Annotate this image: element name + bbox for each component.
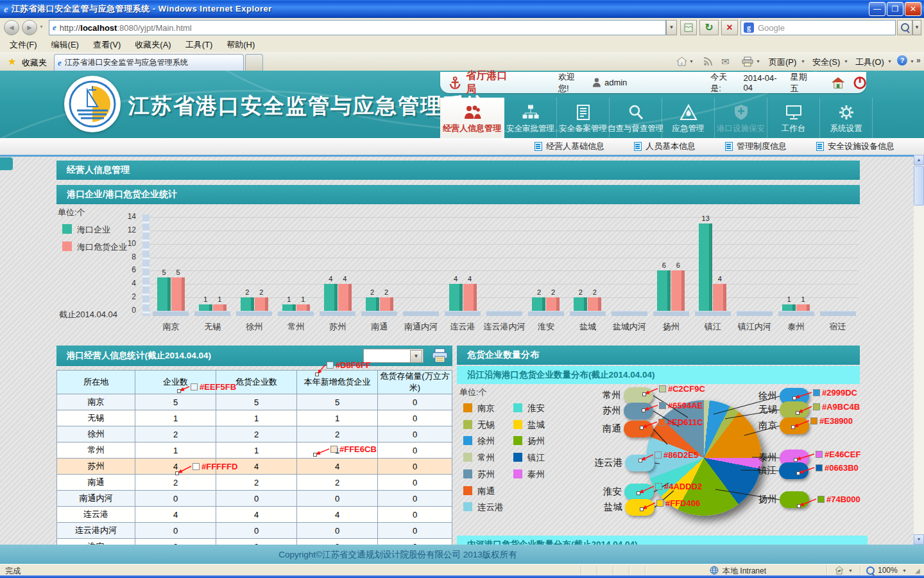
bar-盐城-海口企业 [574, 297, 587, 311]
table-row[interactable]: 淮安2220 [57, 539, 452, 545]
resize-grip[interactable]: ◢ [915, 567, 921, 574]
table-row[interactable]: 连云港4440 [57, 507, 452, 523]
nav-item-7[interactable]: 工作台 [767, 98, 820, 138]
subnav-item[interactable]: 管理制度信息 [725, 141, 787, 152]
table-row[interactable]: 南京5550 [57, 394, 452, 410]
table-row[interactable]: 无锡1110 [57, 410, 452, 426]
nav-item-5[interactable]: 应急管理 [662, 98, 715, 138]
table-row[interactable]: 连云港内河0000 [57, 523, 452, 539]
select-dropdown-icon[interactable]: ▼ [410, 350, 422, 363]
nav-item-8[interactable]: 系统设置 [820, 98, 873, 138]
table-cell: 2 [216, 426, 297, 442]
scroll-thumb[interactable] [914, 166, 924, 206]
tools-menu-dropdown-icon[interactable]: ▼ [887, 59, 892, 64]
maximize-button[interactable]: ❐ [887, 2, 903, 16]
print-icon[interactable] [742, 57, 753, 67]
history-dropdown-icon[interactable]: ▼ [39, 24, 44, 29]
table-row[interactable]: 常州1110 [57, 442, 452, 459]
table-row[interactable]: 南通内河0000 [57, 491, 452, 507]
forward-button[interactable]: ► [22, 20, 37, 35]
mail-icon[interactable]: ✉ [721, 56, 730, 67]
refresh-button[interactable]: ↻ [699, 20, 719, 35]
tools-menu-button[interactable]: 工具(O) [855, 57, 884, 68]
safety-menu-button[interactable]: 安全(S) [812, 57, 840, 68]
table-row[interactable]: 南通2220 [57, 475, 452, 491]
table-cell: 0 [378, 539, 452, 545]
bar-南通-海口危货企业 [380, 297, 393, 311]
x-category-label: 泰州 [775, 321, 817, 333]
bar-unit-label: 单位:个 [58, 207, 85, 218]
search-button[interactable] [897, 20, 912, 35]
tab-new-stub[interactable] [245, 54, 263, 71]
favorites-star-icon[interactable]: ★ [8, 56, 16, 67]
nav-item-6[interactable]: 港口设施保安 [715, 98, 767, 138]
stop-button[interactable]: × [721, 20, 738, 35]
filter-dropdown-icon[interactable]: ▼ [848, 568, 853, 573]
close-button[interactable]: ✕ [905, 2, 921, 16]
search-options-dropdown[interactable]: ▼ [912, 20, 921, 35]
safety-menu-dropdown-icon[interactable]: ▼ [844, 59, 848, 64]
address-input[interactable]: e http://localhost:8080/yjpt/Main.html [49, 20, 666, 35]
scroll-up-icon[interactable]: ▲ [914, 155, 924, 165]
sub-nav: 经营人基础信息人员基本信息管理制度信息安全设施设备信息 [0, 138, 924, 157]
address-dropdown-button[interactable]: ▼ [666, 20, 677, 35]
nav-item-4[interactable]: 自查与督查管理 [610, 98, 662, 138]
help-dropdown-icon[interactable]: ▼ [910, 59, 914, 64]
subnav-item[interactable]: 经营人基础信息 [535, 141, 604, 152]
chevron-more-icon[interactable]: » [916, 56, 921, 65]
pie-unit-label: 单位:个 [459, 387, 487, 398]
scroll-down-icon[interactable]: ▼ [914, 534, 924, 545]
table-row[interactable]: 徐州2220 [57, 426, 452, 442]
pie-callout-label: 南通 [580, 423, 621, 435]
pie-panel-title: 危货企业数量分布 [467, 349, 539, 361]
nav-item-1[interactable]: 经营人信息管理 [440, 98, 504, 138]
table-cell: 1 [135, 442, 216, 459]
compatibility-view-button[interactable] [680, 20, 697, 35]
pie-legend-swatch [513, 420, 522, 429]
color-annotation-swatch [658, 419, 665, 426]
operators-table-wrap: 所在地企业数危货企业数本年新增危货企业危货存储量(万立方米)南京5550无锡11… [56, 370, 452, 545]
color-annotation-swatch [817, 496, 825, 503]
zoom-level[interactable]: 100% [878, 566, 898, 575]
document-icon [634, 142, 642, 151]
nav-item-2[interactable]: 安全审批管理 [504, 98, 557, 138]
home-icon[interactable] [676, 57, 687, 66]
bar-platform [153, 311, 189, 316]
home-portal-icon[interactable] [832, 76, 844, 89]
menu-item[interactable]: 收藏夹(A) [128, 38, 178, 52]
subnav-item[interactable]: 安全设施设备信息 [816, 141, 894, 152]
bar-value-label: 4 [334, 275, 355, 283]
color-annotation-text: #ED611C [667, 417, 703, 427]
menu-item[interactable]: 文件(F) [3, 38, 44, 52]
favorites-label[interactable]: 收藏夹 [22, 57, 47, 69]
help-icon[interactable]: ? [897, 55, 907, 66]
filter-site-icon[interactable] [834, 566, 844, 575]
search-icon [901, 23, 909, 31]
nav-item-3[interactable]: 安全备案管理 [557, 98, 610, 138]
rss-feed-icon[interactable] [703, 57, 713, 66]
print-dropdown-icon[interactable]: ▼ [756, 59, 760, 64]
page-scrollbar[interactable]: ▲ ▼ [914, 155, 924, 545]
logout-power-icon[interactable] [853, 76, 866, 90]
menu-item[interactable]: 编辑(E) [44, 38, 86, 52]
panel-collapse-handle[interactable] [0, 157, 13, 170]
zoom-icon[interactable] [866, 566, 875, 575]
back-button[interactable]: ◄ [4, 20, 19, 35]
menu-item[interactable]: 帮助(H) [219, 38, 262, 52]
y-tick-label: 2 [110, 292, 136, 301]
print-report-icon[interactable] [431, 347, 449, 364]
table-row[interactable]: 苏州4440 [57, 459, 452, 475]
search-input[interactable]: g Google [740, 20, 896, 35]
table-filter-select[interactable]: ▼ [363, 349, 424, 363]
bar-value-label: 4 [459, 275, 481, 283]
tab-active[interactable]: e 江苏省港口安全监管与应急管理系统 [54, 54, 244, 71]
minimize-button[interactable]: — [869, 2, 886, 16]
zoom-dropdown-icon[interactable]: ▼ [902, 568, 907, 573]
page-menu-button[interactable]: 页面(P) [769, 57, 796, 68]
bar-连云港-海口危货企业 [463, 284, 477, 311]
page-menu-dropdown-icon[interactable]: ▼ [801, 59, 805, 64]
home-dropdown-icon[interactable]: ▼ [689, 59, 694, 64]
menu-item[interactable]: 工具(T) [178, 38, 220, 52]
subnav-item[interactable]: 人员基本信息 [634, 141, 696, 152]
menu-item[interactable]: 查看(V) [86, 38, 128, 52]
